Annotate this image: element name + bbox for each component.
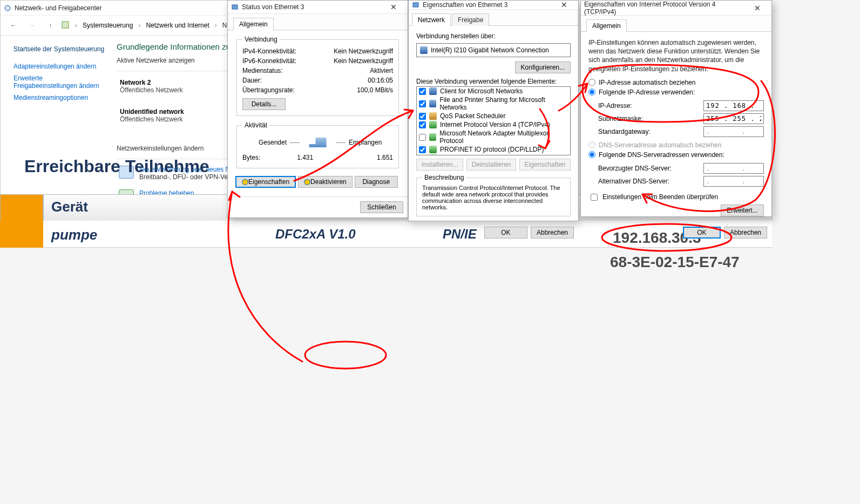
tab-network[interactable]: Netzwerk (412, 13, 451, 26)
nic-icon (420, 46, 428, 54)
radio-static-ip-input[interactable] (588, 88, 595, 96)
component-item[interactable]: Microsoft Network Adapter Multiplexor Pr… (417, 129, 570, 145)
titlebar[interactable]: Eigenschaften von Ethernet 3 ✕ (409, 1, 578, 10)
component-label: QoS Packet Scheduler (440, 112, 505, 120)
dialog-ethernet-properties: Eigenschaften von Ethernet 3 ✕ Netzwerk … (408, 0, 579, 221)
ip-input[interactable] (703, 100, 764, 111)
radio-auto-ip-input[interactable] (588, 79, 595, 86)
proto-icon (429, 133, 436, 141)
component-item[interactable]: File and Printer Sharing for Microsoft N… (417, 96, 570, 112)
components-label: Diese Verbindung verwendet folgende Elem… (416, 77, 571, 86)
group-connection: Verbindung IPv4-Konnektivität:Kein Netzw… (236, 36, 399, 116)
disable-button[interactable]: Deaktivieren (298, 176, 353, 188)
nav-back-button[interactable]: ← (6, 19, 21, 32)
bg-orange-cell-2 (0, 221, 43, 248)
component-checkbox[interactable] (419, 88, 426, 95)
sent-label: Gesendet (243, 139, 287, 146)
component-item[interactable]: Internet Protocol Version 4 (TCP/IPv4) (417, 120, 570, 129)
window-title: Eigenschaften von Ethernet 3 (423, 1, 553, 9)
computers-icon (307, 134, 329, 151)
mask-input[interactable] (703, 113, 764, 124)
description-text: Transmission Control Protocol/Internet P… (422, 185, 565, 210)
sidebar-adapter-settings[interactable]: Adaptereinstellungen ändern (13, 60, 106, 72)
tab-sharing[interactable]: Freigabe (452, 13, 489, 26)
radio-auto-ip[interactable]: IP-Adresse automatisch beziehen (588, 78, 764, 87)
component-item[interactable]: QoS Packet Scheduler (417, 112, 570, 120)
component-list[interactable]: Client for Microsoft NetworksFile and Pr… (416, 86, 571, 155)
disable-button-label: Deaktivieren (310, 178, 347, 186)
details-button[interactable]: Details... (242, 98, 286, 110)
configure-button[interactable]: Konfigurieren... (515, 62, 571, 73)
speed-value: 100,0 MBit/s (357, 86, 393, 94)
tab-strip: Allgemein (228, 14, 408, 30)
media-label: Medienstatus: (242, 67, 283, 74)
install-button[interactable]: Installieren... (416, 159, 463, 171)
component-checkbox[interactable] (419, 134, 426, 141)
gateway-input[interactable] (703, 126, 764, 137)
ethernet-icon (231, 3, 239, 11)
ok-button[interactable]: OK (484, 227, 527, 239)
component-item[interactable]: PROFINET IO protocol (DCP/LLDP) (417, 145, 570, 154)
bg-mac-address: 68-3E-02-15-E7-47 (610, 254, 740, 271)
cancel-button[interactable]: Abbrechen (531, 227, 574, 239)
speed-label: Übertragungsrate: (242, 86, 295, 94)
validate-checkbox-row[interactable]: Einstellungen beim Beenden überprüfen (588, 190, 764, 205)
ethernet-icon (412, 1, 419, 9)
tab-general[interactable]: Allgemein (586, 19, 627, 32)
component-checkbox[interactable] (419, 100, 426, 107)
bytes-sent: 1.431 (260, 154, 350, 161)
ok-button[interactable]: OK (683, 227, 721, 239)
window-title: Eigenschaften von Internet Protocol Vers… (584, 1, 747, 16)
duration-value: 00:16:05 (368, 77, 393, 84)
dns2-label: Alternativer DNS-Server: (598, 178, 669, 185)
diagnose-button[interactable]: Diagnose (355, 176, 398, 188)
breadcrumb-1[interactable]: Systemsteuerung (83, 22, 133, 29)
advanced-button[interactable]: Erweitert... (721, 205, 764, 216)
breadcrumb-2[interactable]: Netzwerk und Internet (146, 22, 209, 29)
component-checkbox[interactable] (419, 113, 426, 120)
component-checkbox[interactable] (419, 121, 426, 128)
radio-auto-dns: DNS-Serveradresse automatisch beziehen (588, 140, 764, 150)
close-dialog-button[interactable]: Schließen (360, 201, 403, 213)
radio-static-ip[interactable]: Folgende IP-Adresse verwenden: (588, 87, 764, 97)
close-button[interactable]: ✕ (747, 4, 768, 12)
component-checkbox[interactable] (419, 146, 426, 153)
dns1-input[interactable] (703, 163, 764, 174)
sidebar-home[interactable]: Startseite der Systemsteuerung (13, 43, 106, 55)
svg-point-2 (5, 5, 10, 11)
dns2-input[interactable] (703, 176, 764, 187)
uninstall-button[interactable]: Deinstallieren (466, 159, 516, 171)
titlebar[interactable]: Eigenschaften von Internet Protocol Vers… (581, 1, 771, 16)
radio-static-dns[interactable]: Folgende DNS-Serveradressen verwenden: (588, 150, 764, 160)
ipv4-value: Kein Netzwerkzugriff (334, 47, 393, 55)
validate-checkbox[interactable] (591, 194, 598, 201)
cancel-button[interactable]: Abbrechen (724, 227, 767, 239)
tab-general[interactable]: Allgemein (233, 18, 274, 30)
sidebar-sharing-settings[interactable]: ErweiterteFreigabeeinstellungen ändern (13, 72, 106, 92)
control-panel-icon (61, 21, 70, 31)
tab-strip: Netzwerk Freigabe (409, 10, 578, 26)
description-label: Beschreibung (422, 174, 466, 181)
description-group: Beschreibung Transmission Control Protoc… (416, 174, 571, 216)
item-properties-button[interactable]: Eigenschaften (519, 159, 571, 171)
group-connection-label: Verbindung (242, 36, 280, 43)
titlebar[interactable]: Status von Ethernet 3 ✕ (228, 1, 408, 14)
nav-up-button[interactable]: ↑ (43, 19, 58, 32)
nav-forward-button[interactable]: → (24, 19, 39, 32)
bg-orange-cell (0, 194, 43, 221)
intro-text: IP-Einstellungen können automatisch zuge… (588, 37, 764, 78)
properties-button[interactable]: Eigenschaften (235, 176, 296, 188)
component-label: PROFINET IO protocol (DCP/LLDP) (440, 146, 544, 153)
ipv4-label: IPv4-Konnektivität: (242, 47, 296, 55)
svg-rect-3 (62, 22, 69, 28)
adapter-field: Intel(R) I210 Gigabit Network Connection (416, 43, 571, 57)
component-item[interactable]: Client for Microsoft Networks (417, 87, 570, 96)
dialog-ipv4-properties: Eigenschaften von Internet Protocol Vers… (580, 0, 772, 217)
shield-icon (304, 179, 310, 185)
sidebar-media-streaming[interactable]: Medienstreamingoptionen (13, 92, 106, 104)
close-button[interactable]: ✕ (553, 1, 575, 9)
close-button[interactable]: ✕ (383, 3, 404, 11)
bg-col-device: Gerät (51, 199, 88, 215)
window-title: Status von Ethernet 3 (242, 3, 383, 11)
radio-static-dns-input[interactable] (588, 151, 595, 158)
